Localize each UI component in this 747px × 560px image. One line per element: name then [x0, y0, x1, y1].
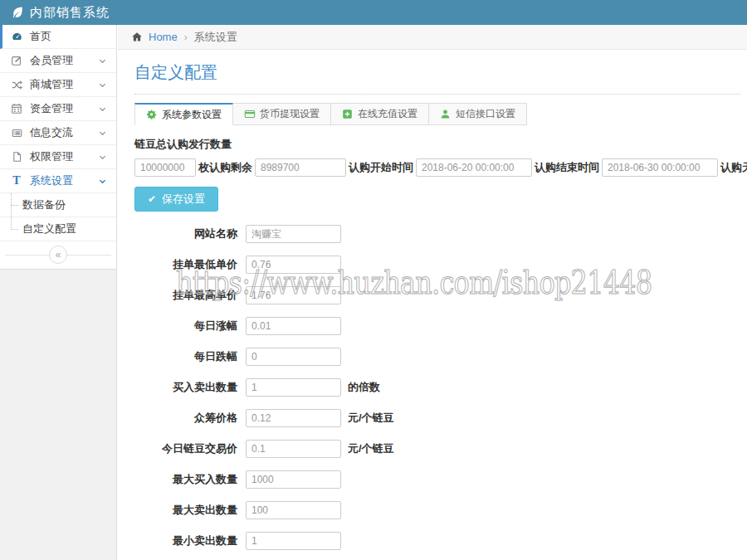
issue-end-label: 认购结束时间 [535, 160, 599, 175]
field-row-crowdfund-price: 众筹价格 元/个链豆 [134, 409, 740, 427]
issue-remain-input[interactable] [255, 158, 346, 177]
tab-label: 短信接口设置 [456, 107, 515, 121]
field-row-trade-multiple: 买入卖出数量 的倍数 [134, 378, 740, 397]
edit-icon [10, 55, 23, 67]
breadcrumb-home-link[interactable]: Home [149, 31, 178, 43]
divider [134, 94, 740, 95]
page-body: 自定义配置 系统参数设置 货币提现设置 [118, 61, 747, 560]
field-row-min-price: 挂单最低单价 [134, 256, 740, 274]
issue-remain-label: 枚认购剩余 [198, 160, 252, 175]
page-title: 自定义配置 [134, 61, 740, 84]
max-price-input[interactable] [246, 286, 341, 304]
sidebar-item-label: 会员管理 [30, 53, 73, 68]
field-row-today-price: 今日链豆交易价 元/个链豆 [134, 440, 740, 458]
site-name-input[interactable] [246, 225, 341, 243]
chevron-down-icon [98, 56, 107, 66]
field-row-daily-rise: 每日涨幅 [134, 317, 740, 335]
field-row-max-buy: 最大买入数量 [134, 470, 740, 489]
field-label: 网站名称 [134, 226, 237, 241]
field-row-min-sell: 最小卖出数量 [134, 532, 740, 550]
sidebar-item-system-settings[interactable]: T 系统设置 [0, 169, 116, 193]
file-icon [10, 151, 23, 163]
tab-recharge-settings[interactable]: 在线充值设置 [331, 103, 429, 125]
top-header: 内部销售系统 [0, 0, 747, 25]
tab-sms-settings[interactable]: 短信接口设置 [429, 103, 527, 125]
max-buy-input[interactable] [246, 470, 341, 489]
sidebar-collapse-button[interactable]: « [49, 246, 67, 264]
credit-card-icon [244, 109, 256, 119]
sidebar-item-label: 资金管理 [30, 101, 73, 116]
sidebar-item-label: 权限管理 [30, 149, 73, 164]
field-label: 每日跌幅 [134, 349, 237, 364]
field-label: 挂单最低单价 [134, 257, 237, 272]
sidebar: 首页 会员管理 商城管理 [0, 25, 117, 560]
leaf-icon [11, 6, 24, 19]
sidebar-item-members[interactable]: 会员管理 [0, 49, 116, 73]
chevron-down-icon [98, 153, 107, 162]
field-label: 买入卖出数量 [134, 380, 237, 395]
sidebar-filler [0, 269, 116, 560]
issue-end-input[interactable] [602, 158, 718, 177]
chevron-down-icon [98, 105, 107, 114]
field-label: 最大卖出数量 [134, 503, 237, 518]
save-settings-button[interactable]: ✔ 保存设置 [134, 187, 218, 212]
tab-label: 系统参数设置 [162, 108, 222, 122]
dashboard-icon [10, 31, 23, 43]
home-icon [131, 32, 143, 42]
tab-bar: 系统参数设置 货币提现设置 在线充值设置 [134, 103, 740, 125]
cogs-icon [146, 110, 158, 120]
sidebar-submenu: 数据备份 自定义配置 [0, 193, 116, 241]
field-label: 众筹价格 [134, 411, 237, 426]
save-button-label: 保存设置 [162, 192, 205, 207]
app-title: 内部销售系统 [30, 5, 110, 21]
issue-days-label: 认购天数 [720, 160, 747, 175]
list-icon [10, 127, 23, 139]
crowdfund-price-input[interactable] [246, 409, 341, 427]
field-label: 今日链豆交易价 [134, 441, 237, 456]
text-height-icon: T [10, 175, 23, 187]
max-sell-input[interactable] [246, 501, 341, 519]
daily-fall-input[interactable] [246, 348, 341, 366]
sidebar-item-label: 首页 [30, 29, 51, 44]
check-icon: ✔ [148, 193, 156, 205]
min-sell-input[interactable] [246, 532, 341, 550]
field-suffix: 元/个链豆 [348, 411, 394, 426]
chevron-down-icon [98, 177, 107, 186]
today-price-input[interactable] [246, 440, 341, 458]
sidebar-item-funds[interactable]: 资金管理 [0, 97, 116, 121]
sidebar-subitem-label: 数据备份 [22, 198, 66, 211]
sidebar-menu: 首页 会员管理 商城管理 [0, 25, 116, 269]
issue-row: 枚认购剩余 认购开始时间 认购结束时间 认购天数 天 [134, 158, 740, 177]
sidebar-item-label: 商城管理 [30, 77, 73, 92]
field-label: 挂单最高单价 [134, 288, 237, 303]
shuffle-icon [10, 79, 23, 91]
daily-rise-input[interactable] [246, 317, 341, 335]
sidebar-item-messages[interactable]: 信息交流 [0, 121, 116, 145]
field-label: 最小卖出数量 [134, 533, 237, 548]
sidebar-item-label: 系统设置 [30, 173, 73, 188]
sidebar-item-label: 信息交流 [30, 125, 73, 140]
sidebar-item-home[interactable]: 首页 [0, 25, 116, 49]
field-label: 最大买入数量 [134, 472, 237, 487]
tab-system-params[interactable]: 系统参数设置 [134, 103, 233, 125]
chevron-down-icon [98, 80, 107, 90]
sidebar-item-permissions[interactable]: 权限管理 [0, 145, 116, 169]
tab-withdrawal-settings[interactable]: 货币提现设置 [233, 103, 331, 125]
trade-multiple-input[interactable] [246, 378, 341, 397]
chevron-down-icon [98, 129, 107, 138]
field-label: 每日涨幅 [134, 319, 237, 334]
sidebar-item-mall[interactable]: 商城管理 [0, 73, 116, 97]
field-suffix: 元/个链豆 [348, 441, 394, 456]
field-row-max-price: 挂单最高单价 [134, 286, 740, 304]
breadcrumb-separator: › [184, 32, 188, 43]
main-content: Home › 系统设置 自定义配置 系统参数设置 货币提现设置 [118, 25, 747, 560]
sidebar-subitem-custom-config[interactable]: 自定义配置 [0, 217, 116, 241]
field-row-site-name: 网站名称 [134, 225, 740, 243]
issue-total-label: 链豆总认购发行数量 [134, 137, 740, 152]
sidebar-subitem-data-backup[interactable]: 数据备份 [0, 193, 116, 217]
min-price-input[interactable] [246, 256, 341, 274]
issue-total-input[interactable] [134, 158, 196, 177]
user-icon [440, 109, 452, 119]
app-window: 内部销售系统 首页 会员管理 [0, 0, 747, 560]
issue-start-input[interactable] [416, 158, 532, 177]
